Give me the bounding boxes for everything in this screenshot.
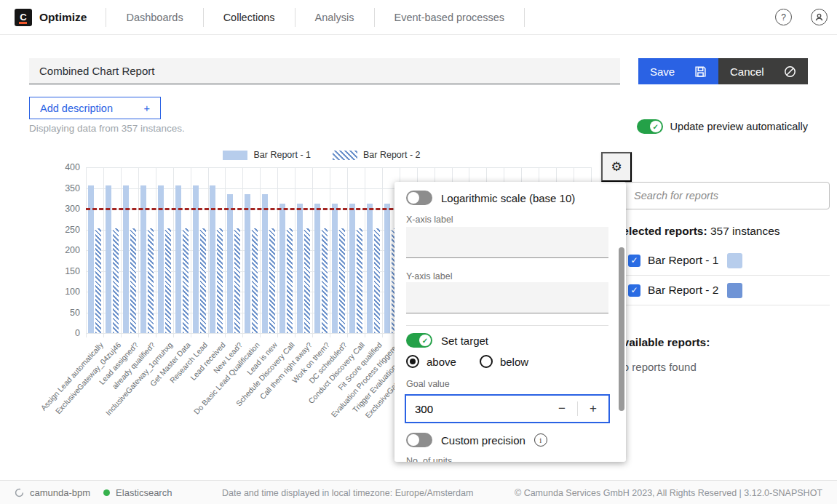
y-tick-label: 50 <box>51 308 80 318</box>
nav-item-dashboards[interactable]: Dashboards <box>106 1 202 34</box>
chart-config-popup: Logarithmic scale (base 10) X-axis label… <box>394 182 626 462</box>
bar-series-2 <box>304 228 310 333</box>
search-reports-input[interactable] <box>623 182 830 209</box>
x-axis-label-caption: X-axis label <box>406 215 453 225</box>
add-description-label: Add description <box>40 103 113 114</box>
bar-series-1 <box>384 204 390 333</box>
gridline <box>156 167 156 337</box>
popup-divider <box>406 325 608 326</box>
cancel-label: Cancel <box>730 65 764 78</box>
user-glyph <box>814 12 824 22</box>
y-axis-label-caption: Y-axis label <box>406 271 452 281</box>
x-axis-label-input[interactable] <box>406 227 608 258</box>
chart-settings-gear-button[interactable]: ⚙ <box>601 152 632 182</box>
y-tick-label: 100 <box>51 287 80 297</box>
gridline <box>260 167 261 337</box>
gridline <box>330 167 330 337</box>
bar-series-2 <box>374 228 380 333</box>
bar-series-2 <box>95 228 101 333</box>
bar-series-1 <box>245 194 250 333</box>
save-label: Save <box>650 65 675 78</box>
bar-series-1 <box>367 204 373 333</box>
report-2-color-swatch[interactable] <box>727 283 742 298</box>
plus-icon: + <box>144 103 150 114</box>
goal-value-input[interactable] <box>406 396 547 422</box>
add-description-button[interactable]: Add description + <box>29 97 161 119</box>
update-preview-toggle[interactable]: ✓ <box>637 119 663 134</box>
y-axis-label-input[interactable] <box>406 282 608 313</box>
bar-series-2 <box>130 228 136 333</box>
bar-series-1 <box>279 204 285 333</box>
instances-note: Displaying data from 357 instances. <box>29 123 185 134</box>
nav-item-collections[interactable]: Collections <box>204 1 295 34</box>
bar-series-2 <box>287 228 293 333</box>
bar-series-1 <box>227 194 233 333</box>
gridline <box>312 167 313 337</box>
gear-icon: ⚙ <box>611 159 622 175</box>
radio-above[interactable] <box>406 355 419 368</box>
legend-label-1: Bar Report - 1 <box>253 150 311 160</box>
radio-above-label: above <box>427 356 456 368</box>
y-tick-label: 200 <box>51 245 80 255</box>
set-target-label: Set target <box>441 335 488 347</box>
info-icon[interactable]: i <box>534 433 547 447</box>
goal-increment-button[interactable]: + <box>578 396 608 422</box>
report-1-label: Bar Report - 1 <box>648 254 718 267</box>
main-nav: Dashboards Collections Analysis Event-ba… <box>106 0 525 34</box>
gridline <box>86 167 591 168</box>
gridline <box>365 167 365 337</box>
selected-reports-heading: Selected reports: 357 instances <box>615 225 780 238</box>
selected-reports-count: 357 instances <box>710 225 780 237</box>
nav-item-analysis[interactable]: Analysis <box>295 1 374 34</box>
y-tick-label: 250 <box>51 225 80 235</box>
bar-series-2 <box>165 228 171 333</box>
radio-below-label: below <box>500 356 528 368</box>
popup-scrollbar-thumb[interactable] <box>619 247 624 411</box>
gridline <box>242 167 243 337</box>
log-scale-toggle[interactable] <box>406 191 432 205</box>
y-tick-label: 0 <box>51 328 80 338</box>
bar-series-1 <box>349 204 355 333</box>
nav-item-event-based-processes[interactable]: Event-based processes <box>375 1 525 34</box>
goal-decrement-button[interactable]: − <box>547 396 577 422</box>
report-row-bar-report-2: ✓ Bar Report - 2 <box>615 276 830 305</box>
legend-swatch-2 <box>333 151 357 160</box>
bar-series-2 <box>234 228 240 333</box>
bar-series-1 <box>314 204 320 333</box>
available-reports-empty: No reports found <box>615 361 697 373</box>
cancel-button[interactable]: Cancel <box>718 58 808 84</box>
gridline <box>138 167 139 337</box>
gridline <box>173 167 174 337</box>
report-2-checkbox[interactable]: ✓ <box>628 284 640 297</box>
bar-series-2 <box>183 228 189 333</box>
custom-precision-label: Custom precision <box>441 434 525 447</box>
gridline <box>225 167 226 337</box>
engine-name: Elasticsearch <box>116 487 172 498</box>
save-floppy-icon <box>694 65 707 78</box>
save-button[interactable]: Save <box>638 58 718 84</box>
goal-value-field: − + <box>405 394 610 423</box>
custom-precision-toggle[interactable] <box>406 433 432 447</box>
bar-series-2 <box>322 228 328 333</box>
radio-below[interactable] <box>480 355 493 368</box>
bar-series-2 <box>339 228 345 333</box>
top-nav-bar: C Optimize Dashboards Collections Analys… <box>0 0 837 35</box>
gridline <box>382 167 383 337</box>
help-icon[interactable]: ? <box>775 9 792 25</box>
gridline <box>295 167 295 337</box>
legend-label-2: Bar Report - 2 <box>363 150 421 160</box>
user-icon[interactable] <box>811 9 828 25</box>
legend-item-bar-report-2[interactable]: Bar Report - 2 <box>333 150 421 160</box>
gridline <box>208 167 209 337</box>
gridline <box>121 167 122 337</box>
report-1-checkbox[interactable]: ✓ <box>628 255 640 267</box>
set-target-toggle[interactable]: ✓ <box>406 333 432 348</box>
report-1-color-swatch[interactable] <box>727 253 742 268</box>
gridline <box>103 167 104 337</box>
legend-item-bar-report-1[interactable]: Bar Report - 1 <box>223 150 311 160</box>
brand-title: Optimize <box>39 11 87 24</box>
y-tick-label: 300 <box>51 204 80 214</box>
report-title-input[interactable] <box>29 58 620 84</box>
copyright-note: © Camunda Services GmbH 2023, All Rights… <box>515 481 822 504</box>
report-2-label: Bar Report - 2 <box>648 284 718 297</box>
